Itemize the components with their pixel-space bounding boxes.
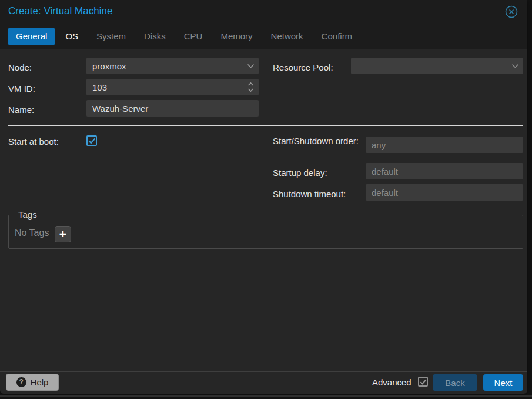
startup-delay-label: Startup delay: bbox=[273, 167, 327, 179]
dialog-title: Create: Virtual Machine bbox=[8, 5, 112, 17]
tab-confirm: Confirm bbox=[314, 28, 360, 45]
start-at-boot-label: Start at boot: bbox=[8, 135, 59, 148]
circle-x-close-icon bbox=[505, 5, 518, 18]
node-input[interactable] bbox=[86, 58, 259, 74]
startup-delay-input[interactable] bbox=[366, 163, 523, 179]
name-field[interactable] bbox=[86, 100, 259, 117]
no-tags-text: No Tags bbox=[15, 228, 49, 238]
advanced-checkbox[interactable] bbox=[418, 377, 428, 387]
spinner-up-down-icon bbox=[247, 82, 255, 92]
resource-pool-dropdown-trigger[interactable] bbox=[511, 58, 519, 74]
resource-pool-input[interactable] bbox=[351, 58, 523, 74]
tab-general[interactable]: General bbox=[8, 28, 55, 45]
chevron-down-icon bbox=[511, 64, 519, 68]
chevron-down-icon bbox=[247, 64, 255, 68]
back-button[interactable]: Back bbox=[433, 374, 477, 391]
shutdown-timeout-input[interactable] bbox=[366, 184, 523, 201]
tab-memory: Memory bbox=[213, 28, 260, 45]
node-combobox[interactable] bbox=[86, 58, 259, 74]
section-separator bbox=[8, 125, 523, 126]
tab-cpu: CPU bbox=[176, 28, 210, 45]
checkmark-icon bbox=[420, 379, 427, 385]
name-label: Name: bbox=[8, 104, 34, 116]
create-vm-dialog: Create: Virtual Machine General OS Syste… bbox=[0, 0, 527, 394]
tab-disks: Disks bbox=[136, 28, 173, 45]
help-button-label: Help bbox=[31, 377, 49, 387]
node-dropdown-trigger[interactable] bbox=[247, 58, 255, 74]
shutdown-timeout-field[interactable] bbox=[366, 184, 523, 201]
background-edge-line bbox=[0, 395, 532, 397]
startup-order-input[interactable] bbox=[366, 137, 523, 153]
add-tag-button[interactable]: + bbox=[55, 226, 71, 242]
checkmark-icon bbox=[88, 138, 96, 144]
next-button[interactable]: Next bbox=[483, 374, 523, 391]
tab-system: System bbox=[89, 28, 133, 45]
help-button[interactable]: ? Help bbox=[6, 374, 59, 391]
tags-fieldset: Tags No Tags + bbox=[8, 215, 523, 249]
wizard-tab-bar: General OS System Disks CPU Memory Netwo… bbox=[8, 28, 360, 45]
vmid-input[interactable] bbox=[86, 79, 259, 95]
footer-separator bbox=[0, 371, 527, 372]
startup-order-field[interactable] bbox=[366, 137, 523, 153]
vmid-label: VM ID: bbox=[8, 82, 35, 95]
vmid-spinner-field[interactable] bbox=[86, 79, 259, 95]
tab-network: Network bbox=[263, 28, 311, 45]
shutdown-timeout-label: Shutdown timeout: bbox=[273, 188, 346, 200]
startup-order-label: Start/Shutdown order: bbox=[273, 135, 362, 147]
startup-delay-field[interactable] bbox=[366, 163, 523, 179]
tags-legend: Tags bbox=[15, 210, 41, 220]
resource-pool-label: Resource Pool: bbox=[273, 61, 333, 74]
resource-pool-combobox[interactable] bbox=[351, 58, 523, 74]
name-input[interactable] bbox=[86, 100, 259, 117]
tab-os[interactable]: OS bbox=[58, 28, 86, 45]
advanced-label: Advanced bbox=[372, 377, 411, 387]
node-label: Node: bbox=[8, 61, 32, 74]
close-button[interactable] bbox=[505, 5, 518, 18]
start-at-boot-checkbox[interactable] bbox=[86, 135, 97, 146]
question-circle-icon: ? bbox=[16, 377, 26, 387]
vmid-spinner-trigger[interactable] bbox=[247, 79, 255, 95]
